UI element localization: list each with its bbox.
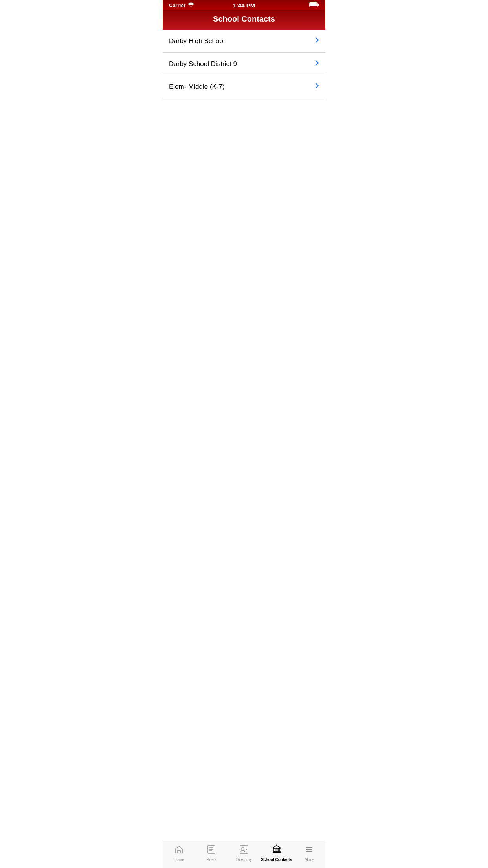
status-bar-time: 1:44 PM <box>233 2 255 9</box>
battery-icon <box>309 2 319 8</box>
status-bar: Carrier 1:44 PM <box>163 0 325 10</box>
svg-rect-1 <box>310 3 317 6</box>
status-bar-right <box>309 2 319 8</box>
chevron-icon-darby-high-school <box>315 37 319 45</box>
list-item-text-darby-high-school: Darby High School <box>169 37 225 45</box>
page-title: School Contacts <box>169 15 319 24</box>
chevron-icon-elem-middle-k7 <box>315 83 319 91</box>
list-item-darby-school-district-9[interactable]: Darby School District 9 <box>163 53 325 75</box>
list-item-darby-high-school[interactable]: Darby High School <box>163 30 325 53</box>
page-header: School Contacts <box>163 10 325 30</box>
chevron-icon-darby-school-district-9 <box>315 60 319 68</box>
list-item-text-darby-school-district-9: Darby School District 9 <box>169 60 237 68</box>
list-item-elem-middle-k7[interactable]: Elem- Middle (K-7) <box>163 75 325 98</box>
wifi-icon <box>188 2 194 8</box>
main-content: Darby High SchoolDarby School District 9… <box>163 30 325 283</box>
content-spacer <box>163 177 325 256</box>
svg-rect-2 <box>318 4 319 6</box>
carrier-label: Carrier <box>169 2 186 8</box>
contacts-list: Darby High SchoolDarby School District 9… <box>163 30 325 177</box>
list-item-text-elem-middle-k7: Elem- Middle (K-7) <box>169 83 225 91</box>
status-bar-left: Carrier <box>169 2 194 8</box>
